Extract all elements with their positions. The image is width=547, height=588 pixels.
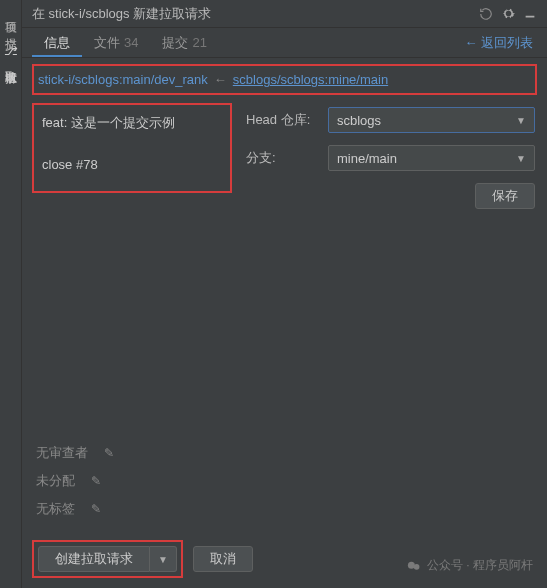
branch-select[interactable]: mine/main ▼ (328, 145, 535, 171)
wechat-icon (407, 559, 421, 573)
panel-title: 在 stick-i/scblogs 新建拉取请求 (28, 5, 475, 23)
branch-label: 分支: (246, 149, 328, 167)
chevron-down-icon: ▼ (516, 115, 526, 126)
content-area: stick-i/scblogs:main/dev_rank ← scblogs/… (22, 58, 547, 588)
chevron-down-icon: ▼ (516, 153, 526, 164)
create-highlight-box: 创建拉取请求 ▼ (32, 540, 183, 578)
tab-label: 文件 (94, 34, 120, 52)
head-form: Head 仓库: scblogs ▼ 分支: mine/main ▼ 保存 (244, 103, 537, 213)
tabs-row: 信息 文件 34 提交 21 ← 返回列表 (22, 28, 547, 58)
main-panel: 在 stick-i/scblogs 新建拉取请求 信息 文件 34 提交 21 … (22, 0, 547, 588)
edit-reviewers-icon[interactable]: ✎ (104, 446, 114, 460)
tab-label: 信息 (44, 34, 70, 52)
message-body: close #78 (42, 155, 222, 176)
panel-header: 在 stick-i/scblogs 新建拉取请求 (22, 0, 547, 28)
minimize-icon[interactable] (519, 3, 541, 25)
mid-row: feat: 这是一个提交示例 close #78 Head 仓库: scblog… (32, 103, 537, 213)
rail-tab-project[interactable]: 项目 (0, 4, 21, 20)
edit-labels-icon[interactable]: ✎ (91, 502, 101, 516)
head-repo-select[interactable]: scblogs ▼ (328, 107, 535, 133)
tab-count: 21 (192, 35, 206, 50)
tab-info[interactable]: 信息 (32, 28, 82, 57)
head-repo-label: Head 仓库: (246, 111, 328, 129)
rail-tab-pull-requests[interactable]: ⎇ 拉取请求 (0, 36, 21, 70)
message-title: feat: 这是一个提交示例 (42, 113, 222, 134)
branches-box: stick-i/scblogs:main/dev_rank ← scblogs/… (32, 64, 537, 95)
watermark: 公众号 · 程序员阿杆 (407, 557, 533, 574)
back-to-list-link[interactable]: ← 返回列表 (460, 28, 537, 57)
refresh-icon[interactable] (475, 3, 497, 25)
reviewers-label: 无审查者 (36, 444, 88, 462)
rail-tab-commits[interactable]: 提交 (0, 20, 21, 36)
labels-label: 无标签 (36, 500, 75, 518)
select-value: mine/main (337, 151, 397, 166)
commit-message-box[interactable]: feat: 这是一个提交示例 close #78 (32, 103, 232, 193)
svg-point-2 (414, 564, 420, 570)
create-split-button: 创建拉取请求 ▼ (38, 546, 177, 572)
watermark-text: 公众号 · 程序员阿杆 (427, 557, 533, 574)
pull-request-icon: ⎇ (4, 44, 18, 58)
save-button[interactable]: 保存 (475, 183, 535, 209)
source-branch-link[interactable]: scblogs/scblogs:mine/main (233, 72, 388, 87)
edit-assignees-icon[interactable]: ✎ (91, 474, 101, 488)
cancel-button[interactable]: 取消 (193, 546, 253, 572)
meta-section: 无审查者 ✎ 未分配 ✎ 无标签 ✎ (36, 444, 114, 528)
tab-label: 提交 (162, 34, 188, 52)
dest-branch[interactable]: stick-i/scblogs:main/dev_rank (38, 72, 208, 87)
assignees-label: 未分配 (36, 472, 75, 490)
svg-point-1 (408, 561, 415, 568)
tab-files[interactable]: 文件 34 (82, 28, 150, 57)
tab-count: 34 (124, 35, 138, 50)
select-value: scblogs (337, 113, 381, 128)
create-pr-dropdown[interactable]: ▼ (150, 546, 177, 572)
create-pr-button[interactable]: 创建拉取请求 (38, 546, 150, 572)
tab-commits[interactable]: 提交 21 (150, 28, 218, 57)
gear-icon[interactable] (497, 3, 519, 25)
side-rail: 项目 提交 ⎇ 拉取请求 (0, 0, 22, 588)
arrow-left-icon: ← (214, 72, 227, 87)
svg-rect-0 (526, 15, 535, 17)
chevron-down-icon: ▼ (158, 554, 168, 565)
